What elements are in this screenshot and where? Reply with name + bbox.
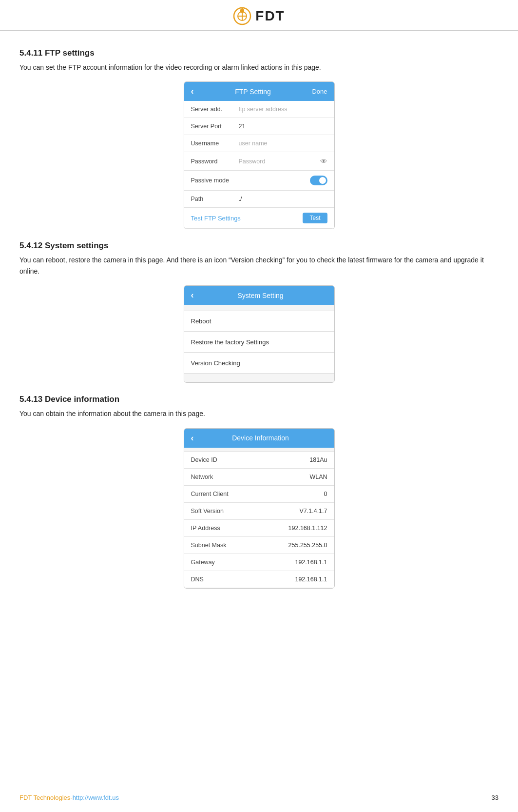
system-screen-header: ‹ System Setting <box>184 286 334 305</box>
device-id-label: Device ID <box>191 456 217 463</box>
device-subnet-row: Subnet Mask 255.255.255.0 <box>184 537 334 554</box>
system-screen: ‹ System Setting Reboot Restore the fact… <box>184 285 335 383</box>
system-title: 5.4.12 System settings <box>19 241 499 251</box>
device-client-row: Current Client 0 <box>184 486 334 503</box>
device-ip-label: IP Address <box>191 525 220 532</box>
system-screen-title: System Setting <box>237 292 283 299</box>
logo: FDT <box>233 7 285 25</box>
ftp-passive-mode-row: Passive mode <box>184 171 334 191</box>
ftp-username-label: Username <box>191 140 235 147</box>
device-dns-label: DNS <box>191 576 204 583</box>
ftp-server-port-label: Server Port <box>191 123 235 130</box>
ftp-path-row: Path ./ <box>184 191 334 208</box>
system-mockup-container: ‹ System Setting Reboot Restore the fact… <box>19 285 499 383</box>
ftp-passive-mode-label: Passive mode <box>191 177 235 184</box>
main-content: 5.4.11 FTP settings You can set the FTP … <box>0 31 518 620</box>
device-dns-value: 192.168.1.1 <box>295 576 327 583</box>
ftp-screen: ‹ FTP Setting Done Server add. ftp serve… <box>184 81 335 229</box>
ftp-title: 5.4.11 FTP settings <box>19 48 499 58</box>
system-restore-row[interactable]: Restore the factory Settings <box>184 332 334 353</box>
ftp-password-row: Password Password 👁 <box>184 152 334 171</box>
ftp-server-add-value[interactable]: ftp server address <box>235 106 327 113</box>
device-soft-version-row: Soft Version V7.1.4.1.7 <box>184 503 334 520</box>
ftp-done-button[interactable]: Done <box>312 88 327 95</box>
ftp-path-label: Path <box>191 196 235 202</box>
section-system: 5.4.12 System settings You can reboot, r… <box>19 241 499 383</box>
page-footer: FDT Technologies-http://www.fdt.us 33 <box>19 794 499 801</box>
device-dns-row: DNS 192.168.1.1 <box>184 571 334 588</box>
device-network-row: Network WLAN <box>184 469 334 486</box>
ftp-description: You can set the FTP account information … <box>19 62 499 73</box>
device-screen-header: ‹ Device Information <box>184 429 334 448</box>
ftp-test-row: Test FTP Settings Test <box>184 208 334 229</box>
device-gateway-value: 192.168.1.1 <box>295 559 327 566</box>
system-bottom-spacer <box>184 374 334 382</box>
device-back-arrow[interactable]: ‹ <box>191 433 194 443</box>
device-network-value: WLAN <box>309 474 327 480</box>
section-ftp: 5.4.11 FTP settings You can set the FTP … <box>19 48 499 229</box>
ftp-username-row: Username user name <box>184 135 334 152</box>
ftp-test-button[interactable]: Test <box>303 213 327 223</box>
logo-text: FDT <box>255 8 285 24</box>
device-ip-row: IP Address 192.168.1.112 <box>184 520 334 537</box>
footer-company: FDT Technologies-http://www.fdt.us <box>19 794 119 801</box>
device-subnet-value: 255.255.255.0 <box>288 542 327 549</box>
ftp-back-arrow[interactable]: ‹ <box>191 86 194 97</box>
device-client-value: 0 <box>324 491 327 497</box>
system-description: You can reboot, restore the camera in th… <box>19 255 499 277</box>
device-client-label: Current Client <box>191 491 229 497</box>
device-id-value: 181Au <box>309 456 327 463</box>
system-version-row[interactable]: Version Checking <box>184 353 334 374</box>
device-network-label: Network <box>191 474 213 480</box>
system-reboot-row[interactable]: Reboot <box>184 311 334 332</box>
device-gateway-row: Gateway 192.168.1.1 <box>184 554 334 571</box>
ftp-server-add-label: Server add. <box>191 106 235 113</box>
footer-company-text: FDT Technologies- <box>19 794 73 801</box>
ftp-password-label: Password <box>191 158 235 165</box>
ftp-server-port-value[interactable]: 21 <box>235 123 327 130</box>
device-soft-version-label: Soft Version <box>191 508 224 515</box>
device-ip-value: 192.168.1.112 <box>288 525 327 532</box>
page-header: FDT <box>0 0 518 31</box>
svg-rect-4 <box>240 9 244 13</box>
system-back-arrow[interactable]: ‹ <box>191 290 194 300</box>
ftp-server-add-row: Server add. ftp server address <box>184 101 334 118</box>
logo-icon <box>233 7 251 25</box>
password-visibility-icon[interactable]: 👁 <box>320 157 327 165</box>
device-screen-title: Device Information <box>232 434 289 442</box>
device-id-row: Device ID 181Au <box>184 452 334 469</box>
device-screen: ‹ Device Information Device ID 181Au Net… <box>184 428 335 589</box>
ftp-mockup-container: ‹ FTP Setting Done Server add. ftp serve… <box>19 81 499 229</box>
device-title: 5.4.13 Device information <box>19 395 499 404</box>
ftp-username-value[interactable]: user name <box>235 140 327 147</box>
ftp-password-value[interactable]: Password <box>235 158 320 165</box>
section-device: 5.4.13 Device information You can obtain… <box>19 395 499 588</box>
ftp-path-value[interactable]: ./ <box>235 196 327 202</box>
device-subnet-label: Subnet Mask <box>191 542 227 549</box>
system-spacer-row <box>184 305 334 311</box>
ftp-test-label: Test FTP Settings <box>191 215 241 222</box>
device-mockup-container: ‹ Device Information Device ID 181Au Net… <box>19 428 499 589</box>
ftp-screen-title: FTP Setting <box>235 88 271 96</box>
ftp-passive-mode-toggle[interactable] <box>310 176 327 185</box>
ftp-screen-header: ‹ FTP Setting Done <box>184 82 334 101</box>
device-gateway-label: Gateway <box>191 559 215 566</box>
ftp-server-port-row: Server Port 21 <box>184 118 334 135</box>
footer-page-number: 33 <box>492 794 499 801</box>
footer-link[interactable]: http://www.fdt.us <box>73 794 119 801</box>
device-soft-version-value: V7.1.4.1.7 <box>300 508 327 515</box>
device-description: You can obtain the information about the… <box>19 408 499 419</box>
